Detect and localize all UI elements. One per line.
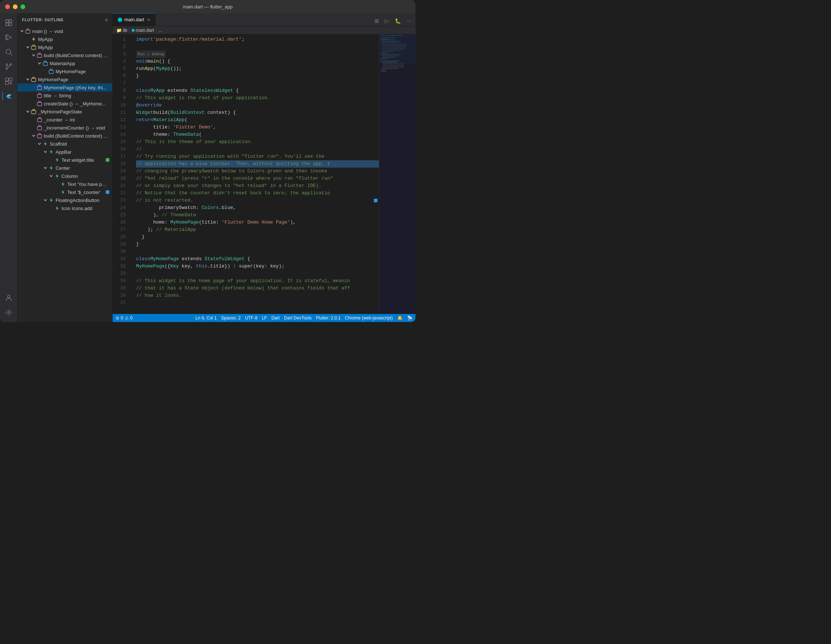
tree-item[interactable]: FloatingActionButton <box>18 196 112 204</box>
tree-item[interactable]: MyApp <box>18 35 112 43</box>
tree-item[interactable]: title → String <box>18 91 112 99</box>
close-button[interactable] <box>5 5 10 9</box>
tree-arrow-expanded[interactable] <box>37 141 43 147</box>
tree-arrow-expanded[interactable] <box>48 173 54 179</box>
run-debug-link[interactable]: Run | Debug <box>136 51 166 58</box>
indent-type[interactable]: Spaces: 2 <box>221 316 241 320</box>
source-control-icon[interactable] <box>2 60 15 73</box>
tree-item[interactable]: _incrementCounter () → void <box>18 124 112 132</box>
tree-arrow-expanded[interactable] <box>43 197 48 203</box>
run-action-icon[interactable]: ▷ <box>383 17 390 24</box>
titlebar: main.dart — flutter_app <box>0 0 416 13</box>
svg-marker-4 <box>6 35 11 40</box>
line-number: 26 <box>113 219 126 226</box>
flutter-icon[interactable] <box>2 89 15 102</box>
settings-icon[interactable] <box>2 306 15 319</box>
line-number: 23 <box>113 197 126 204</box>
code-line: MyHomePage({Key key, this.title}) : supe… <box>136 263 379 270</box>
breadcrumb-bar: 📁 lib › main.dart › ... <box>113 26 416 34</box>
language-mode[interactable]: Dart <box>271 316 280 320</box>
tree-item[interactable]: Column <box>18 172 112 180</box>
collapse-all-icon[interactable]: ≡ <box>105 17 108 23</box>
svg-rect-52 <box>382 67 404 67</box>
search-icon[interactable] <box>2 45 15 59</box>
run-debug-icon[interactable] <box>2 31 15 44</box>
extensions-icon[interactable] <box>2 75 15 88</box>
tree-item[interactable]: Text 'You have p... <box>18 180 112 188</box>
cursor-position[interactable]: Ln 6, Col 1 <box>195 316 217 320</box>
tree-item[interactable]: _MyHomePageState <box>18 108 112 116</box>
file-encoding[interactable]: UTF-8 <box>245 316 258 320</box>
breadcrumb-file[interactable]: main.dart <box>132 28 154 33</box>
tree-item-label: MyHomePage <box>56 69 109 74</box>
split-editor-icon[interactable]: ⊞ <box>373 17 380 24</box>
tree-arrow-expanded[interactable] <box>25 77 31 82</box>
line-number: 28 <box>113 233 126 241</box>
tree-item[interactable]: build (BuildContext context) ... <box>18 132 112 140</box>
svg-rect-2 <box>5 23 8 26</box>
svg-rect-48 <box>381 61 399 62</box>
tree-arrow-expanded[interactable] <box>19 28 25 34</box>
tab-bar: main.dart × ⊞ ▷ 🐛 ··· <box>113 13 416 26</box>
line-number: 22 <box>113 190 126 197</box>
maximize-button[interactable] <box>21 5 25 9</box>
tree-item[interactable]: MyHomePage ({Key key, thi... <box>18 83 112 91</box>
minimize-button[interactable] <box>13 5 18 9</box>
debug-action-icon[interactable]: 🐛 <box>393 17 402 24</box>
explorer-icon[interactable] <box>2 16 15 29</box>
tree-item[interactable]: _counter → int <box>18 116 112 124</box>
error-count[interactable]: ⊘ 0 ⚠ 0 <box>116 316 132 320</box>
tree-item[interactable]: createState () → _MyHome... <box>18 99 112 108</box>
notification-icon[interactable]: 🔔 <box>397 316 403 320</box>
tree-item[interactable]: MyHomePage <box>18 67 112 75</box>
minimap[interactable] <box>379 34 416 314</box>
tree-item[interactable]: Center <box>18 164 112 172</box>
line-number: 16 <box>113 146 126 153</box>
code-content[interactable]: import 'package:flutter/material.dart';R… <box>130 34 379 314</box>
outline-tree[interactable]: main () → voidMyAppMyAppbuild (BuildCont… <box>18 26 112 322</box>
line-endings[interactable]: LF <box>262 316 267 320</box>
renderer[interactable]: Chrome (web-javascript) <box>345 316 393 320</box>
tree-arrow-expanded[interactable] <box>43 149 48 155</box>
svg-rect-12 <box>9 78 12 81</box>
broadcast-icon[interactable]: 📡 <box>407 316 412 320</box>
tree-item[interactable]: Text widget.title <box>18 156 112 164</box>
tab-main-dart[interactable]: main.dart × <box>113 13 156 26</box>
code-line: // Try running your application with "fl… <box>136 153 379 160</box>
breadcrumb-lib[interactable]: 📁 lib <box>116 28 127 33</box>
tree-item[interactable]: Scaffold <box>18 140 112 148</box>
code-line: } <box>136 72 379 80</box>
tree-item[interactable]: AppBar <box>18 148 112 156</box>
tree-item-label: Column <box>61 174 109 179</box>
tree-arrow-expanded[interactable] <box>25 44 31 50</box>
account-icon[interactable] <box>2 291 15 304</box>
tree-arrow-expanded[interactable] <box>43 165 48 171</box>
tree-item[interactable]: Text '$_counter' <box>18 188 112 196</box>
window-controls[interactable] <box>5 5 25 9</box>
svg-rect-53 <box>382 68 399 69</box>
tree-item[interactable]: Icon Icons.add <box>18 204 112 212</box>
line-number: 19 <box>113 167 126 175</box>
tree-item[interactable]: MyHomePage <box>18 75 112 83</box>
tree-arrow-expanded[interactable] <box>31 133 37 139</box>
tree-item[interactable]: MaterialApp <box>18 59 112 67</box>
error-icon: ⊘ <box>116 316 119 320</box>
more-actions-icon[interactable]: ··· <box>405 17 412 24</box>
tree-item[interactable]: MyApp <box>18 43 112 51</box>
code-line: return MaterialApp( <box>136 116 379 124</box>
svg-point-6 <box>6 49 11 54</box>
tree-item-icon <box>37 117 43 123</box>
tree-item[interactable]: build (BuildContext context) ... <box>18 51 112 59</box>
tree-item-icon <box>37 133 43 139</box>
svg-rect-20 <box>49 70 53 73</box>
breadcrumb-more[interactable]: ... <box>158 28 162 33</box>
tab-close-button[interactable]: × <box>147 16 150 23</box>
tree-item[interactable]: main () → void <box>18 27 112 35</box>
flutter-version[interactable]: Flutter: 2.0.1 <box>316 316 341 320</box>
tree-arrow-expanded[interactable] <box>37 61 43 66</box>
dart-devtools[interactable]: Dart DevTools <box>284 316 312 320</box>
tree-arrow-expanded[interactable] <box>25 109 31 115</box>
tree-arrow-expanded[interactable] <box>31 52 37 58</box>
tree-item-label: Icon Icons.add <box>61 206 109 211</box>
main-layout: FLUTTER: OUTLINE ≡ main () → voidMyAppMy… <box>0 13 416 322</box>
